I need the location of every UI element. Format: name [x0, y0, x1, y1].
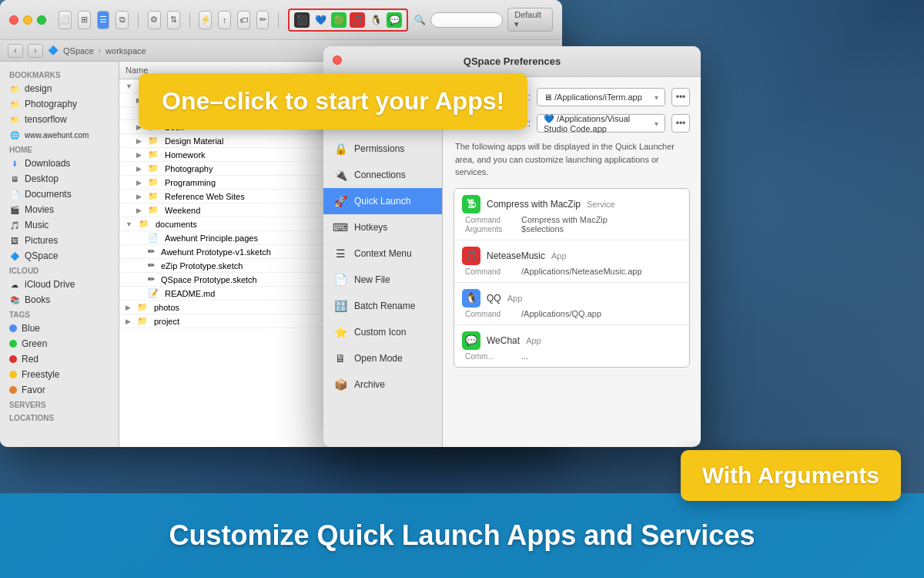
context-menu-icon: ☰ [333, 246, 348, 261]
traffic-lights [9, 15, 46, 25]
yellow-banner-text: One–click to start your Apps! [162, 87, 504, 116]
toolbar-divider-3 [278, 12, 279, 28]
servers-label: Servers [0, 398, 119, 411]
prefs-item-hotkeys[interactable]: ⌨ Hotkeys [323, 214, 442, 240]
editor-stepper[interactable]: ••• [671, 114, 690, 133]
ql-icon-vscode[interactable]: 💙 [313, 12, 328, 28]
share-button[interactable]: ↑ [218, 11, 231, 29]
tag-button[interactable]: 🏷 [237, 11, 250, 29]
editor-value: 💙 /Applications/Visual Studio Code.app [544, 114, 654, 133]
fullscreen-button[interactable] [37, 15, 46, 25]
list-item[interactable]: 💬 WeChat App Comm... ... [454, 325, 689, 367]
breadcrumb-qspace[interactable]: QSpace [63, 46, 94, 55]
sidebar-item-green[interactable]: Green [0, 336, 119, 351]
list-view-button[interactable]: ☰ [97, 11, 110, 29]
qq-type: App [507, 294, 523, 303]
quick-launch-toolbar: ⬛ 💙 🟢 🎵 🐧 💬 [288, 8, 408, 32]
prefs-item-custom-icon[interactable]: ⭐ Custom Icon [323, 319, 442, 345]
sidebar-item-design[interactable]: 📁 design [0, 81, 119, 96]
sidebar-item-qspace[interactable]: 🔷 QSpace [0, 248, 119, 264]
action-button[interactable]: ⚡ [199, 11, 212, 29]
terminal-dropdown-arrow: ▾ [654, 93, 658, 102]
app-item-header-maczip: 🗜 Compress with MacZip Service [462, 195, 681, 213]
sidebar-item-red[interactable]: Red [0, 351, 119, 367]
globe-icon: 🌐 [9, 129, 20, 140]
editor-dropdown[interactable]: 💙 /Applications/Visual Studio Code.app ▾ [537, 114, 665, 133]
wechat-type: App [526, 336, 541, 345]
sidebar-item-music[interactable]: 🎵 Music [0, 217, 119, 233]
terminal-dropdown[interactable]: 🖥 /Applications/iTerm.app ▾ [537, 88, 665, 106]
toolbar-divider-1 [138, 12, 139, 28]
red-tag-dot [9, 355, 17, 363]
back-button[interactable]: ‹ [8, 44, 23, 58]
finder-titlebar: ⬜ ⊞ ☰ ⧉ ⚙ ⇅ ⚡ ↑ 🏷 ✏ ⬛ 💙 🟢 🎵 🐧 💬 🔍 Defaul… [0, 0, 562, 40]
list-item[interactable]: 🗜 Compress with MacZip Service Command C… [454, 189, 689, 240]
edit-button[interactable]: ✏ [256, 11, 270, 29]
arrange-button[interactable]: ⇅ [167, 11, 180, 29]
sidebar-item-desktop[interactable]: 🖥 Desktop [0, 171, 119, 187]
prefs-item-connections[interactable]: 🔌 Connections [323, 162, 442, 188]
maczip-command-row: Command Compress with MacZip [462, 215, 681, 224]
arguments-badge-text: With Arguments [702, 462, 879, 489]
prefs-item-context-menu[interactable]: ☰ Context Menu [323, 240, 442, 267]
ql-icon-netease[interactable]: 🎵 [350, 12, 365, 28]
icon-view-button[interactable]: ⊞ [78, 11, 91, 29]
breadcrumb-workspace[interactable]: workspace [105, 46, 146, 55]
terminal-stepper[interactable]: ••• [671, 88, 690, 106]
desktop-icon: 🖥 [9, 173, 20, 184]
sidebar-toggle-button[interactable]: ⬜ [59, 11, 72, 29]
ql-icon-qq[interactable]: 🐧 [368, 12, 383, 28]
sidebar-item-pictures[interactable]: 🖼 Pictures [0, 233, 119, 248]
music-icon: 🎵 [9, 220, 20, 230]
custom-icon-icon: ⭐ [333, 324, 348, 340]
column-view-button[interactable]: ⧉ [116, 11, 129, 29]
sidebar-item-downloads[interactable]: ⬇ Downloads [0, 156, 119, 171]
close-button[interactable] [9, 15, 18, 25]
netease-type: App [551, 251, 567, 260]
prefs-item-batch-rename[interactable]: 🔠 Batch Rename [323, 293, 442, 319]
maczip-type: Service [587, 200, 615, 209]
sidebar-item-tensorflow[interactable]: 📁 tensorflow [0, 112, 119, 127]
prefs-close-button[interactable] [333, 55, 342, 65]
bookmarks-label: Bookmarks [0, 68, 119, 81]
forward-button[interactable]: › [28, 44, 43, 58]
prefs-content: ⚙ General 🔄 Habits 🔒 Permissions 🔌 Conne… [323, 77, 701, 447]
qq-command-row: Command /Applications/QQ.app [462, 309, 681, 318]
search-box: 🔍 Default ▾ [414, 8, 553, 32]
folder-icon: 📁 [9, 83, 20, 94]
ql-icon-maczip[interactable]: 🟢 [331, 12, 346, 28]
sidebar-item-books[interactable]: 📚 Books [0, 292, 119, 307]
prefs-main: Open in Terminal: 🖥 /Applications/iTerm.… [443, 77, 701, 447]
permissions-icon: 🔒 [333, 141, 348, 156]
connections-icon: 🔌 [333, 167, 348, 183]
editor-dropdown-arrow: ▾ [654, 119, 658, 128]
list-item[interactable]: 🎵 NeteaseMusic App Command /Applications… [454, 240, 689, 283]
new-file-icon: 📄 [333, 272, 348, 287]
sidebar-item-movies[interactable]: 🎬 Movies [0, 202, 119, 217]
sort-button[interactable]: ⚙ [148, 11, 161, 29]
prefs-item-open-mode[interactable]: 🖥 Open Mode [323, 345, 442, 371]
default-dropdown[interactable]: Default ▾ [507, 8, 553, 32]
prefs-item-new-file[interactable]: 📄 New File [323, 267, 442, 293]
prefs-titlebar: QSpace Preferences [323, 46, 701, 77]
sidebar-item-blue[interactable]: Blue [0, 321, 119, 336]
prefs-item-quick-launch[interactable]: 🚀 Quick Launch [323, 188, 442, 214]
prefs-item-permissions[interactable]: 🔒 Permissions [323, 136, 442, 162]
sidebar-item-photography[interactable]: 📁 Photography [0, 96, 119, 112]
minimize-button[interactable] [23, 15, 32, 25]
sidebar-item-freestyle[interactable]: Freestyle [0, 367, 119, 382]
sidebar-item-favor[interactable]: Favor [0, 382, 119, 398]
sidebar-item-awehunt[interactable]: 🌐 www.awehunt.com [0, 127, 119, 143]
sidebar-item-documents[interactable]: 📄 Documents [0, 187, 119, 202]
prefs-item-archive[interactable]: 📦 Archive [323, 371, 442, 398]
netease-name: NeteaseMusic [487, 250, 545, 261]
ql-icon-terminal[interactable]: ⬛ [294, 12, 310, 28]
list-item[interactable]: 🐧 QQ App Command /Applications/QQ.app [454, 283, 689, 325]
ql-icon-wechat[interactable]: 💬 [387, 12, 402, 28]
prefs-title: QSpace Preferences [464, 55, 561, 67]
search-input[interactable] [430, 12, 503, 28]
sidebar-item-icloud-drive[interactable]: ☁ iCloud Drive [0, 277, 119, 292]
prefs-sidebar: ⚙ General 🔄 Habits 🔒 Permissions 🔌 Conne… [323, 77, 443, 447]
toolbar-divider-2 [189, 12, 190, 28]
books-icon: 📚 [9, 294, 20, 305]
